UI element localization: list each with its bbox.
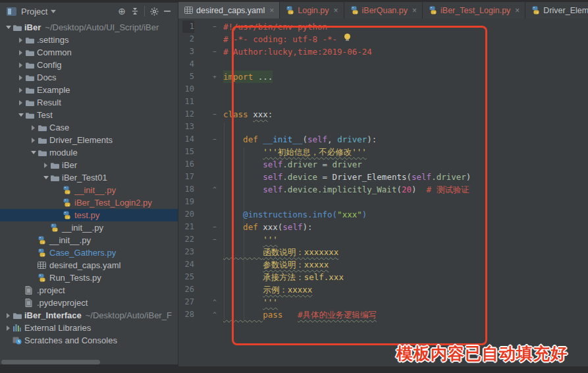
code-line-24[interactable]: 24 参数说明：xxxxx	[178, 258, 471, 271]
chevron-collapsed-icon[interactable]	[29, 125, 38, 130]
tree-item-.settings[interactable]: .settings	[0, 34, 178, 46]
tree-item-iber_test_login2.py[interactable]: iBer_Test_Login2.py	[0, 196, 178, 209]
chevron-expanded-icon[interactable]	[29, 151, 38, 154]
line-number[interactable]: 23	[182, 246, 194, 258]
chevron-collapsed-icon[interactable]	[4, 313, 13, 318]
tree-item-.project[interactable]: .project	[0, 284, 178, 297]
chevron-expanded-icon[interactable]	[16, 113, 25, 117]
chevron-collapsed-icon[interactable]	[16, 38, 25, 43]
line-number[interactable]: 10	[182, 83, 194, 96]
line-number[interactable]: 12	[182, 108, 194, 121]
tree-item-__init__.py[interactable]: __init__.py	[0, 234, 178, 246]
fold-up-icon[interactable]: ^	[209, 296, 221, 308]
fold-plus-icon[interactable]: +	[209, 71, 221, 83]
fold-minus-icon[interactable]: −	[209, 233, 221, 246]
code-line-22[interactable]: 22− '''	[178, 233, 471, 246]
fold-up-icon[interactable]: ^	[209, 183, 221, 196]
code-line-11[interactable]: 11	[178, 96, 471, 108]
code-line-2[interactable]: 2# -*- coding: utf-8 -*-	[178, 33, 471, 45]
hide-panel-icon[interactable]	[161, 5, 174, 18]
tab-iber-test-login-py[interactable]: iBer_Test_Login.py×	[423, 2, 525, 18]
tree-item-iber[interactable]: iBer	[0, 159, 178, 171]
line-number[interactable]: 20	[182, 208, 194, 221]
code-line-28[interactable]: 28^ pass #具体的业务逻辑编写	[178, 308, 471, 321]
line-number[interactable]: 17	[182, 171, 194, 183]
line-number[interactable]: 13	[182, 121, 194, 133]
code-line-10[interactable]: 10	[178, 83, 471, 96]
tree-item-iber_interface[interactable]: iBer_Interface~/Desktop/Auto/iBer_F	[0, 309, 178, 322]
line-number[interactable]: 15	[182, 146, 194, 158]
code-line-20[interactable]: 20 @instructions.info("xxx")	[178, 208, 471, 221]
tree-item-case_gathers.py[interactable]: Case_Gathers.py	[0, 246, 178, 259]
locate-icon[interactable]: ⊕	[115, 5, 128, 18]
tree-item-config[interactable]: Config	[0, 59, 178, 71]
collapse-all-icon[interactable]	[128, 5, 142, 18]
close-tab-icon[interactable]: ×	[334, 7, 338, 14]
tree-item-case[interactable]: Case	[0, 121, 178, 134]
line-number[interactable]: 19	[182, 196, 194, 208]
tree-item-module[interactable]: module	[0, 146, 178, 159]
chevron-collapsed-icon[interactable]	[16, 100, 25, 105]
code-line-13[interactable]: 13	[178, 121, 471, 133]
tree-item-test[interactable]: Test	[0, 109, 178, 121]
close-tab-icon[interactable]: ×	[412, 7, 417, 14]
chevron-down-icon[interactable]	[51, 10, 56, 13]
line-number[interactable]: 3	[182, 45, 194, 58]
code-line-14[interactable]: 14− def __init__(self, driver):	[178, 133, 471, 146]
code-line-23[interactable]: 23 函数说明：xxxxxxx	[178, 246, 471, 258]
code-line-12[interactable]: 12−class xxx:	[178, 108, 471, 121]
line-number[interactable]: 24	[182, 258, 194, 271]
chevron-collapsed-icon[interactable]	[41, 163, 50, 168]
tree-item-result[interactable]: Result	[0, 96, 178, 109]
tree-item-docs[interactable]: Docs	[0, 71, 178, 84]
line-number[interactable]: 18	[182, 183, 194, 196]
tree-item-__init__.py[interactable]: __init__.py	[0, 221, 178, 234]
tree-item-desired_caps.yaml[interactable]: desired_caps.yaml	[0, 259, 178, 272]
chevron-collapsed-icon[interactable]	[16, 63, 25, 68]
code-line-26[interactable]: 26 示例：xxxxx	[178, 283, 471, 296]
close-tab-icon[interactable]: ×	[269, 7, 274, 14]
tree-item-iber[interactable]: iBer~/Desktop/Auto/UI_Script/iBer	[0, 21, 178, 34]
code-line-17[interactable]: 17 self.device = Driver_Elements(self.dr…	[178, 171, 471, 183]
project-panel-title[interactable]: Project	[21, 7, 47, 16]
code-line-18[interactable]: 18^ self.device.implicitly_Wait(20) # 测试…	[178, 183, 471, 196]
settings-gear-icon[interactable]	[147, 5, 161, 18]
code-line-1[interactable]: 1−#!/usr/bin/env python	[178, 20, 471, 33]
tree-item-scratchesandconsoles[interactable]: Scratches and Consoles	[0, 334, 178, 347]
line-number[interactable]: 5	[182, 71, 194, 83]
fold-minus-icon[interactable]: −	[209, 45, 221, 58]
line-number[interactable]: 14	[182, 133, 194, 146]
close-tab-icon[interactable]: ×	[515, 7, 520, 14]
tree-item-__init__.py[interactable]: __init__.py	[0, 184, 178, 196]
line-number[interactable]: 16	[182, 158, 194, 171]
fold-minus-icon[interactable]: −	[209, 108, 221, 121]
code-line-19[interactable]: 19	[178, 196, 471, 208]
tab-driver-elements-py[interactable]: Driver_Elements.py	[525, 2, 588, 18]
tree-item-driver_elements[interactable]: Driver_Elements	[0, 134, 178, 146]
code-line-27[interactable]: 27^ '''	[178, 296, 471, 308]
line-number[interactable]: 11	[182, 96, 194, 108]
chevron-expanded-icon[interactable]	[4, 26, 13, 29]
line-number[interactable]: 25	[182, 271, 194, 283]
tab-login-py[interactable]: Login.py×	[280, 2, 343, 18]
fold-up-icon[interactable]: ^	[209, 308, 221, 321]
code-editor[interactable]: 1−#!/usr/bin/env python2# -*- coding: ut…	[178, 18, 588, 366]
horizontal-scrollbar[interactable]	[1, 360, 100, 364]
code-line-21[interactable]: 21− def xxx(self):	[178, 221, 471, 233]
chevron-expanded-icon[interactable]	[41, 176, 50, 179]
fold-minus-icon[interactable]: −	[209, 221, 221, 233]
code-line-15[interactable]: 15 '''初始信息，不必修改'''	[178, 146, 471, 158]
code-line-5[interactable]: 5+import ...	[178, 71, 471, 83]
tree-item-test.py[interactable]: test.py	[0, 209, 178, 221]
lightbulb-icon[interactable]	[344, 34, 350, 40]
tree-item-externallibraries[interactable]: External Libraries	[0, 322, 178, 334]
code-line-25[interactable]: 25 承接方法：self.xxx	[178, 271, 471, 283]
tab-desired-caps-yaml[interactable]: desired_caps.yaml×	[178, 2, 279, 18]
fold-minus-icon[interactable]: −	[209, 133, 221, 146]
chevron-collapsed-icon[interactable]	[16, 50, 25, 55]
chevron-collapsed-icon[interactable]	[4, 326, 13, 331]
code-line-16[interactable]: 16 self.driver = driver	[178, 158, 471, 171]
tree-item-common[interactable]: Common	[0, 46, 178, 59]
tree-item-example[interactable]: Example	[0, 84, 178, 96]
line-number[interactable]: 22	[182, 233, 194, 246]
